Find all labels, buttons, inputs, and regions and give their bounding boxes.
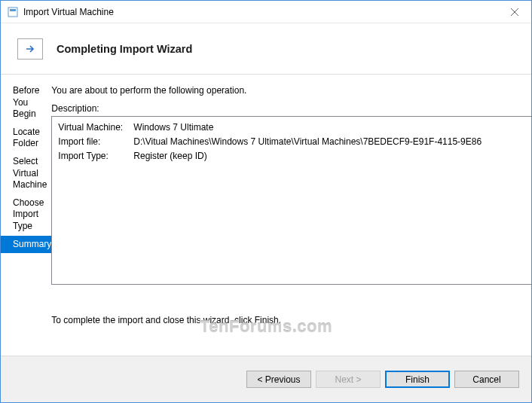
next-button: Next >	[316, 371, 381, 388]
description-label: Description:	[51, 103, 531, 114]
sidebar-item-locate-folder[interactable]: Locate Folder	[1, 124, 51, 153]
import-arrow-icon	[24, 43, 36, 55]
instruction-text: To complete the import and close this wi…	[51, 315, 531, 325]
intro-text: You are about to perform the following o…	[51, 85, 531, 96]
sidebar-item-select-vm[interactable]: Select Virtual Machine	[1, 153, 51, 194]
svg-rect-1	[10, 9, 16, 11]
wizard-content: You are about to perform the following o…	[51, 75, 531, 356]
wizard-icon-box	[17, 38, 43, 60]
desc-row: Virtual Machine: Windows 7 Ultimate	[58, 121, 531, 134]
desc-row: Import file: D:\Vitual Machines\Windows …	[58, 136, 531, 148]
page-title: Completing Import Wizard	[57, 43, 192, 55]
desc-key-file: Import file:	[58, 136, 133, 148]
previous-button[interactable]: < Previous	[246, 371, 311, 388]
close-icon	[511, 8, 518, 16]
sidebar-item-before-you-begin[interactable]: Before You Begin	[1, 82, 51, 124]
wizard-sidebar: Before You Begin Locate Folder Select Vi…	[1, 75, 51, 356]
desc-val-vm: Windows 7 Ultimate	[133, 121, 531, 134]
sidebar-item-choose-import-type[interactable]: Choose Import Type	[1, 194, 51, 236]
close-button[interactable]	[497, 1, 531, 23]
desc-key-vm: Virtual Machine:	[58, 121, 133, 134]
wizard-footer: < Previous Next > Finish Cancel	[1, 356, 531, 402]
wizard-body: Before You Begin Locate Folder Select Vi…	[1, 75, 531, 356]
window-title: Import Virtual Machine	[23, 7, 497, 17]
description-scrollbar[interactable]	[51, 285, 531, 298]
finish-button[interactable]: Finish	[385, 371, 450, 388]
wizard-window: Import Virtual Machine Completing Import…	[0, 0, 532, 403]
wizard-header: Completing Import Wizard	[1, 23, 531, 75]
desc-row: Import Type: Register (keep ID)	[58, 150, 531, 163]
titlebar: Import Virtual Machine	[1, 1, 531, 23]
desc-val-file: D:\Vitual Machines\Windows 7 Ultimate\Vi…	[133, 136, 531, 148]
description-box: Virtual Machine: Windows 7 Ultimate Impo…	[51, 116, 531, 285]
sidebar-item-summary[interactable]: Summary	[1, 236, 51, 254]
desc-val-type: Register (keep ID)	[133, 150, 531, 163]
cancel-button[interactable]: Cancel	[454, 371, 519, 388]
app-icon	[7, 6, 19, 18]
desc-key-type: Import Type:	[58, 150, 133, 163]
svg-rect-0	[8, 8, 17, 17]
